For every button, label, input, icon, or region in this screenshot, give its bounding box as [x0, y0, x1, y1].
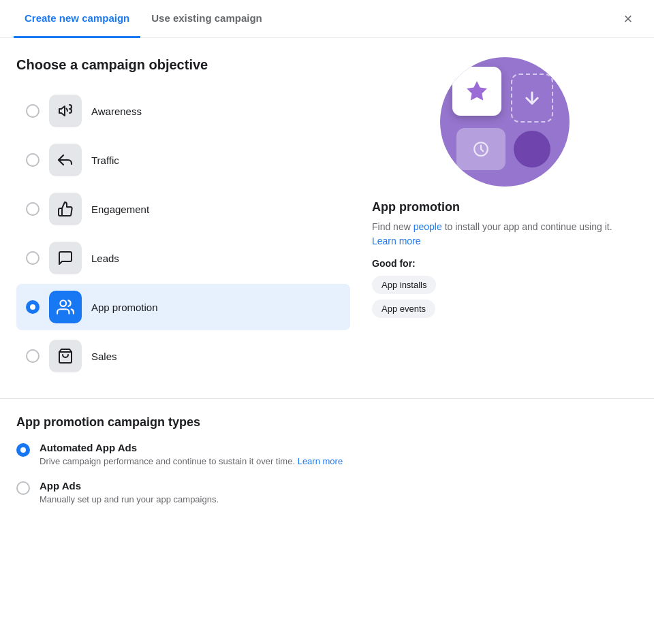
objective-item-engagement[interactable]: Engagement: [16, 186, 350, 232]
detail-description: Find new people to install your app and …: [372, 220, 638, 248]
leads-icon: [49, 242, 82, 274]
app-ads-desc: Manually set up and run your app campaig…: [40, 494, 219, 506]
automated-app-ads-name: Automated App Ads: [40, 442, 343, 453]
radio-app-ads[interactable]: [16, 481, 30, 495]
left-panel: Choose a campaign objective Awareness: [16, 57, 350, 379]
objective-list: Awareness Traffic Engagement: [16, 88, 350, 379]
app-ads-info: App Ads Manually set up and run your app…: [40, 480, 219, 506]
tab-header: Create new campaign Use existing campaig…: [0, 0, 654, 38]
engagement-label: Engagement: [91, 204, 149, 215]
type-item-app-ads[interactable]: App Ads Manually set up and run your app…: [16, 480, 638, 506]
sales-label: Sales: [91, 351, 117, 362]
main-content: Choose a campaign objective Awareness: [0, 38, 654, 398]
engagement-icon: [49, 193, 82, 225]
people-link[interactable]: people: [414, 221, 442, 232]
objective-item-awareness[interactable]: Awareness: [16, 88, 350, 134]
radio-automated-app-ads[interactable]: [16, 443, 30, 457]
svg-point-0: [60, 300, 66, 306]
tag-app-events: App events: [372, 300, 435, 318]
tag-app-installs: App installs: [372, 276, 436, 294]
automated-app-ads-desc: Drive campaign performance and continue …: [40, 455, 343, 468]
app-promotion-label: App promotion: [91, 302, 158, 313]
traffic-label: Traffic: [91, 155, 119, 166]
objective-item-traffic[interactable]: Traffic: [16, 137, 350, 183]
detail-title: App promotion: [372, 200, 638, 214]
radio-traffic[interactable]: [26, 153, 40, 167]
traffic-icon: [49, 144, 82, 176]
radio-sales[interactable]: [26, 349, 40, 363]
right-panel: App promotion Find new people to install…: [350, 57, 638, 379]
awareness-label: Awareness: [91, 106, 142, 117]
campaign-types-section: App promotion campaign types Automated A…: [0, 398, 654, 534]
radio-engagement[interactable]: [26, 202, 40, 216]
star-card: [452, 67, 501, 116]
sales-icon: [49, 340, 82, 372]
modal-container: Create new campaign Use existing campaig…: [0, 0, 654, 644]
radio-leads[interactable]: [26, 251, 40, 265]
app-ads-name: App Ads: [40, 480, 219, 492]
radio-awareness[interactable]: [26, 104, 40, 118]
automated-learn-more-link[interactable]: Learn more: [298, 456, 343, 466]
automated-app-ads-info: Automated App Ads Drive campaign perform…: [40, 442, 343, 468]
type-item-automated[interactable]: Automated App Ads Drive campaign perform…: [16, 442, 638, 468]
objective-item-app-promotion[interactable]: App promotion: [16, 284, 350, 330]
good-for-label: Good for:: [372, 258, 638, 269]
arrow-card: [511, 74, 553, 123]
svg-marker-2: [467, 81, 487, 101]
close-button[interactable]: ×: [616, 7, 640, 31]
clock-card: [456, 128, 505, 170]
campaign-types-title: App promotion campaign types: [16, 415, 638, 430]
section-title: Choose a campaign objective: [16, 57, 350, 73]
learn-more-link[interactable]: Learn more: [372, 236, 421, 246]
radio-app-promotion[interactable]: [26, 300, 40, 314]
awareness-icon: [49, 95, 82, 127]
objective-item-leads[interactable]: Leads: [16, 235, 350, 281]
illustration-circle: [440, 57, 570, 187]
app-promotion-icon: [49, 291, 82, 323]
leads-label: Leads: [91, 253, 119, 264]
circle-card: [514, 131, 550, 167]
tab-use-existing[interactable]: Use existing campaign: [140, 0, 273, 38]
tags-container: App installs App events: [372, 276, 638, 318]
objective-item-sales[interactable]: Sales: [16, 333, 350, 379]
tab-create-new[interactable]: Create new campaign: [14, 0, 140, 38]
